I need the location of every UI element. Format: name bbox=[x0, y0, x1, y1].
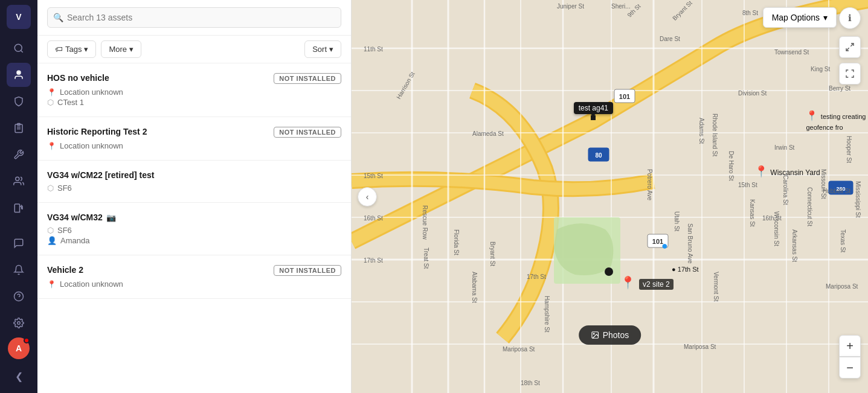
tags-chevron-icon: ▾ bbox=[84, 45, 88, 54]
svg-text:Berry St: Berry St bbox=[829, 85, 850, 92]
svg-text:Mariposa St: Mariposa St bbox=[826, 283, 858, 290]
asset-panel: 🔍 🏷 Tags ▾ More ▾ Sort ▾ HOS no vehicle … bbox=[37, 0, 352, 393]
map-expand-button[interactable] bbox=[839, 36, 861, 58]
nav-fuel[interactable] bbox=[7, 196, 31, 220]
nav-assets[interactable] bbox=[7, 63, 31, 87]
asset-item[interactable]: Historic Reporting Test 2 NOT INSTALLED … bbox=[37, 117, 351, 161]
more-chevron-icon: ▾ bbox=[129, 45, 133, 54]
info-icon: ℹ bbox=[848, 13, 852, 24]
svg-text:Texas St: Texas St bbox=[840, 229, 846, 253]
asset-location: 📍 Location unknown bbox=[47, 280, 341, 289]
group-text: SF6 bbox=[57, 226, 72, 235]
svg-text:Hampshire St: Hampshire St bbox=[544, 296, 550, 333]
collapse-button[interactable]: ❮ bbox=[7, 364, 31, 388]
map-info-button[interactable]: ℹ bbox=[839, 7, 861, 29]
svg-text:Sheri...: Sheri... bbox=[611, 3, 631, 10]
svg-text:Rhode Island St: Rhode Island St bbox=[712, 113, 718, 156]
svg-text:Alabama St: Alabama St bbox=[471, 272, 478, 303]
asset-list: HOS no vehicle NOT INSTALLED 📍 Location … bbox=[37, 63, 351, 393]
group-text: SF6 bbox=[57, 184, 72, 193]
svg-text:16th St: 16th St bbox=[364, 215, 383, 222]
map-zoom-out-button[interactable]: − bbox=[839, 357, 861, 379]
sort-label: Sort bbox=[312, 45, 327, 54]
map-marker-geofence[interactable]: 📍 testing creating geofence fro bbox=[806, 110, 868, 132]
nav-settings[interactable] bbox=[7, 311, 31, 335]
map-marker-17th-st[interactable]: ● 17th St bbox=[672, 263, 699, 274]
asset-item[interactable]: Vehicle 2 NOT INSTALLED 📍 Location unkno… bbox=[37, 255, 351, 299]
nav-chat[interactable] bbox=[7, 231, 31, 255]
asset-person: 👤 Amanda bbox=[47, 236, 341, 245]
more-label: More bbox=[109, 45, 127, 54]
map-fullscreen-button[interactable] bbox=[839, 63, 861, 85]
asset-group: ⬡ CTest 1 bbox=[47, 98, 341, 107]
photos-button[interactable]: Photos bbox=[579, 325, 641, 345]
person-text: Amanda bbox=[60, 236, 89, 245]
svg-text:San Bruno Ave: San Bruno Ave bbox=[687, 223, 693, 264]
svg-text:15th St: 15th St bbox=[364, 173, 383, 179]
location-text: Location unknown bbox=[60, 88, 123, 97]
asset-name: HOS no vehicle bbox=[47, 73, 109, 83]
svg-text:Connecticut St: Connecticut St bbox=[806, 187, 813, 226]
app-logo[interactable]: V bbox=[7, 5, 31, 29]
nav-shield[interactable] bbox=[7, 89, 31, 113]
map-marker-wiscansin-yard[interactable]: 📍 Wiscansin Yard bbox=[754, 165, 820, 178]
tags-button[interactable]: 🏷 Tags ▾ bbox=[47, 40, 96, 58]
marker-label-wiscansin-yard: Wiscansin Yard bbox=[770, 168, 820, 177]
not-installed-badge: NOT INSTALLED bbox=[274, 265, 341, 276]
not-installed-badge: NOT INSTALLED bbox=[274, 127, 341, 138]
zoom-out-icon: − bbox=[846, 361, 854, 375]
asset-item[interactable]: VG34 w/CM22 [retired] test ⬡ SF6 bbox=[37, 161, 351, 203]
svg-line-89 bbox=[850, 43, 854, 46]
svg-text:Division St: Division St bbox=[738, 90, 767, 97]
svg-text:Florida St: Florida St bbox=[453, 229, 460, 255]
svg-text:Mariposa St: Mariposa St bbox=[684, 343, 716, 350]
nav-help[interactable] bbox=[7, 284, 31, 308]
svg-text:80: 80 bbox=[595, 152, 602, 159]
fullscreen-icon bbox=[845, 69, 855, 78]
svg-text:King St: King St bbox=[811, 66, 830, 72]
map-marker-dot[interactable] bbox=[605, 267, 613, 276]
map-marker-v2-site-2[interactable]: 📍 v2 site 2 bbox=[620, 275, 674, 290]
sort-button[interactable]: Sort ▾ bbox=[304, 40, 341, 58]
nav-bell[interactable] bbox=[7, 258, 31, 282]
person-icon: 👤 bbox=[47, 236, 57, 245]
nav-tools[interactable] bbox=[7, 142, 31, 167]
svg-text:Mississippi St: Mississippi St bbox=[855, 181, 861, 218]
photos-label: Photos bbox=[603, 330, 629, 340]
svg-text:Rescue Row: Rescue Row bbox=[422, 205, 428, 240]
svg-text:Carolina St: Carolina St bbox=[782, 175, 789, 205]
map-collapse-button[interactable]: ‹ bbox=[358, 187, 377, 206]
user-avatar-wrap[interactable]: A bbox=[8, 337, 30, 359]
nav-clipboard[interactable] bbox=[7, 116, 31, 140]
more-button[interactable]: More ▾ bbox=[101, 40, 141, 58]
asset-name: Historic Reporting Test 2 bbox=[47, 127, 147, 136]
asset-group: ⬡ SF6 bbox=[47, 226, 341, 235]
camera-icon: 📷 bbox=[106, 213, 116, 222]
location-icon: 📍 bbox=[47, 142, 56, 150]
tag-icon: 🏷 bbox=[55, 45, 63, 54]
nav-search[interactable] bbox=[7, 36, 31, 60]
location-pin-icon: 📍 bbox=[620, 276, 635, 289]
asset-location: 📍 Location unknown bbox=[47, 88, 341, 97]
svg-point-0 bbox=[14, 44, 22, 51]
map-options-button[interactable]: Map Options ▾ bbox=[763, 7, 837, 28]
asset-item[interactable]: VG34 w/CM32 📷 ⬡ SF6 👤 Amanda bbox=[37, 203, 351, 255]
svg-text:De Haro St: De Haro St bbox=[728, 151, 735, 181]
svg-text:15th St: 15th St bbox=[738, 182, 757, 188]
svg-text:101: 101 bbox=[619, 93, 630, 100]
svg-point-3 bbox=[18, 72, 20, 74]
map-marker-test-ag41[interactable]: test ag41 bbox=[574, 102, 613, 120]
asset-name: Vehicle 2 bbox=[47, 265, 83, 275]
icon-sidebar: V bbox=[0, 0, 37, 393]
svg-text:Treat St: Treat St bbox=[423, 248, 429, 269]
location-text: Location unknown bbox=[60, 280, 123, 289]
search-input[interactable] bbox=[47, 7, 341, 28]
svg-text:18th St: 18th St bbox=[521, 380, 540, 386]
group-icon: ⬡ bbox=[47, 226, 54, 235]
nav-people[interactable] bbox=[7, 169, 31, 193]
location-text: Location unknown bbox=[60, 141, 123, 150]
map-zoom-in-button[interactable]: + bbox=[839, 335, 861, 357]
svg-text:Irwin St: Irwin St bbox=[774, 144, 795, 151]
map-marker-blue-dot[interactable]: ● bbox=[661, 240, 668, 252]
asset-item[interactable]: HOS no vehicle NOT INSTALLED 📍 Location … bbox=[37, 63, 351, 117]
